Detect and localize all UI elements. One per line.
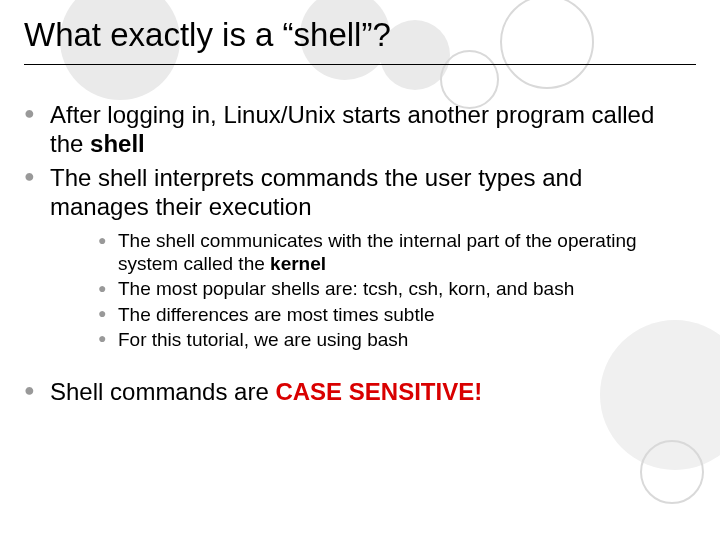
bullet-item: Shell commands are CASE SENSITIVE!	[24, 377, 680, 406]
sub-bullet-item: The shell communicates with the internal…	[98, 229, 680, 275]
sub-bullet-item: The differences are most times subtle	[98, 303, 680, 326]
bullet-text: The shell interprets commands the user t…	[50, 164, 582, 220]
sub-bullet-item: For this tutorial, we are using bash	[98, 328, 680, 351]
sub-bullet-item: The most popular shells are: tcsh, csh, …	[98, 277, 680, 300]
bullet-item: The shell interprets commands the user t…	[24, 163, 680, 351]
deco-circle	[640, 440, 704, 504]
bullet-item: After logging in, Linux/Unix starts anot…	[24, 100, 680, 159]
slide-title: What exactly is a “shell”?	[24, 16, 696, 65]
slide-body: After logging in, Linux/Unix starts anot…	[24, 100, 680, 410]
bullet-text-bold-red: CASE SENSITIVE!	[275, 378, 482, 405]
bullet-text-bold: shell	[90, 130, 145, 157]
bullet-text: The shell communicates with the internal…	[118, 230, 637, 274]
bullet-text: Shell commands are	[50, 378, 275, 405]
bullet-text-bold: kernel	[270, 253, 326, 274]
